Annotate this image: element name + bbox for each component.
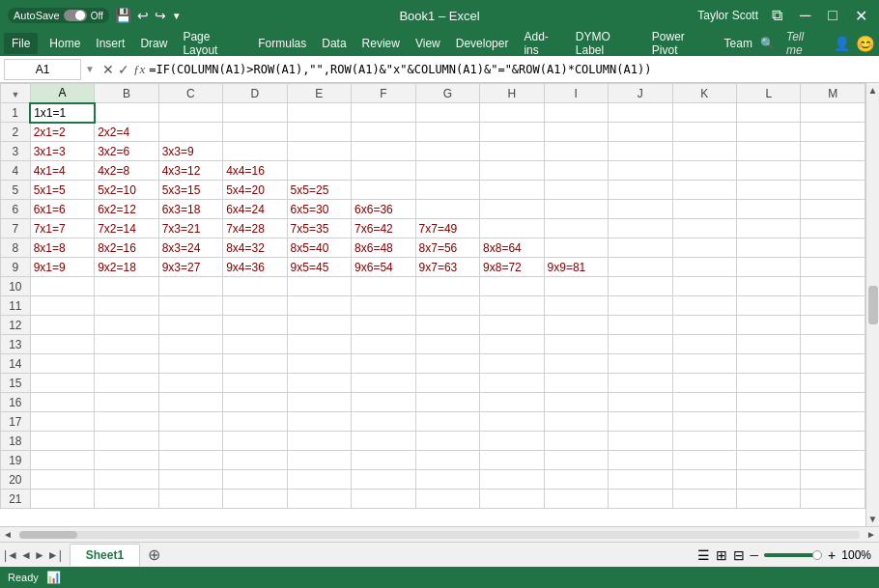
cell[interactable] [737, 432, 801, 451]
cell[interactable] [95, 374, 158, 393]
cell[interactable] [352, 490, 415, 509]
col-header-L[interactable]: L [737, 84, 801, 103]
cell[interactable] [609, 296, 672, 316]
cell[interactable] [158, 393, 222, 412]
cell[interactable] [480, 335, 544, 354]
cell[interactable]: 8x5=40 [287, 238, 351, 258]
tell-me-input[interactable]: Tell me [779, 26, 828, 61]
row-header-12[interactable]: 12 [1, 316, 31, 335]
cell[interactable] [30, 490, 94, 509]
cell[interactable]: 1x1=1 [30, 103, 94, 123]
cell[interactable] [223, 412, 287, 432]
cell[interactable] [672, 181, 736, 200]
cell[interactable] [158, 451, 222, 470]
cell[interactable]: 7x1=7 [30, 219, 94, 238]
cell[interactable] [287, 161, 351, 181]
cell[interactable]: 6x2=12 [95, 200, 158, 219]
col-header-J[interactable]: J [609, 84, 672, 103]
cell[interactable] [223, 451, 287, 470]
cancel-formula-icon[interactable]: ✕ [102, 62, 114, 77]
row-header-1[interactable]: 1 [1, 103, 31, 123]
cell[interactable] [95, 316, 158, 335]
cell[interactable] [223, 374, 287, 393]
col-header-E[interactable]: E [287, 84, 351, 103]
cell[interactable] [415, 412, 479, 432]
cell[interactable] [415, 161, 479, 181]
cell[interactable]: 7x4=28 [223, 219, 287, 238]
row-header-18[interactable]: 18 [1, 432, 31, 451]
cell[interactable]: 8x6=48 [352, 238, 415, 258]
col-header-D[interactable]: D [223, 84, 287, 103]
cell[interactable] [287, 277, 351, 296]
cell[interactable] [352, 432, 415, 451]
cell[interactable]: 4x4=16 [223, 161, 287, 181]
cell[interactable] [287, 393, 351, 412]
menu-insert[interactable]: Insert [88, 33, 132, 54]
cell[interactable] [30, 277, 94, 296]
cell[interactable] [801, 354, 865, 374]
menu-review[interactable]: Review [354, 33, 408, 54]
cell[interactable] [352, 296, 415, 316]
cell[interactable] [480, 354, 544, 374]
cell[interactable] [223, 432, 287, 451]
cell[interactable] [158, 123, 222, 142]
cell[interactable] [672, 161, 736, 181]
row-header-21[interactable]: 21 [1, 490, 31, 509]
cell[interactable] [609, 142, 672, 161]
cell[interactable] [415, 277, 479, 296]
cell[interactable] [672, 432, 736, 451]
cell[interactable]: 4x3=12 [158, 161, 222, 181]
menu-developer[interactable]: Developer [448, 33, 517, 54]
menu-view[interactable]: View [408, 33, 448, 54]
scroll-right-arrow[interactable]: ► [864, 529, 879, 540]
cell[interactable] [95, 335, 158, 354]
row-header-2[interactable]: 2 [1, 123, 31, 142]
cell[interactable] [158, 412, 222, 432]
cell[interactable]: 2x1=2 [30, 123, 94, 142]
cell[interactable] [672, 238, 736, 258]
cell[interactable] [672, 219, 736, 238]
cell[interactable] [672, 258, 736, 277]
formula-bar-menu-icon[interactable]: ▼ [85, 64, 95, 74]
cell[interactable]: 8x4=32 [223, 238, 287, 258]
cell[interactable] [415, 335, 479, 354]
cell[interactable] [30, 316, 94, 335]
cell[interactable] [480, 181, 544, 200]
redo-icon[interactable]: ↪ [155, 8, 166, 23]
cell[interactable] [95, 354, 158, 374]
cell[interactable] [287, 103, 351, 123]
cell[interactable] [352, 123, 415, 142]
cell[interactable] [544, 200, 608, 219]
cell[interactable] [95, 393, 158, 412]
row-header-5[interactable]: 5 [1, 181, 31, 200]
cell[interactable] [223, 470, 287, 490]
col-header-H[interactable]: H [480, 84, 544, 103]
cell[interactable] [737, 181, 801, 200]
cell[interactable] [801, 490, 865, 509]
cell[interactable] [480, 470, 544, 490]
cell[interactable] [801, 316, 865, 335]
cell[interactable] [609, 354, 672, 374]
cell[interactable]: 3x3=9 [158, 142, 222, 161]
cell[interactable] [95, 451, 158, 470]
cell[interactable] [801, 142, 865, 161]
cell[interactable] [544, 123, 608, 142]
cell[interactable] [609, 258, 672, 277]
horizontal-scrollbar-track[interactable] [19, 531, 860, 539]
row-header-6[interactable]: 6 [1, 200, 31, 219]
cell[interactable] [158, 470, 222, 490]
menu-file[interactable]: File [4, 33, 38, 54]
minimize-button[interactable]: ─ [796, 7, 814, 24]
cell[interactable] [737, 277, 801, 296]
cell[interactable] [480, 432, 544, 451]
cell[interactable] [223, 103, 287, 123]
row-header-17[interactable]: 17 [1, 412, 31, 432]
cell[interactable] [223, 277, 287, 296]
cell[interactable] [30, 296, 94, 316]
confirm-formula-icon[interactable]: ✓ [118, 62, 129, 77]
cell[interactable] [158, 277, 222, 296]
cell[interactable] [737, 335, 801, 354]
cell[interactable] [352, 374, 415, 393]
cell[interactable] [223, 490, 287, 509]
cell[interactable] [352, 161, 415, 181]
